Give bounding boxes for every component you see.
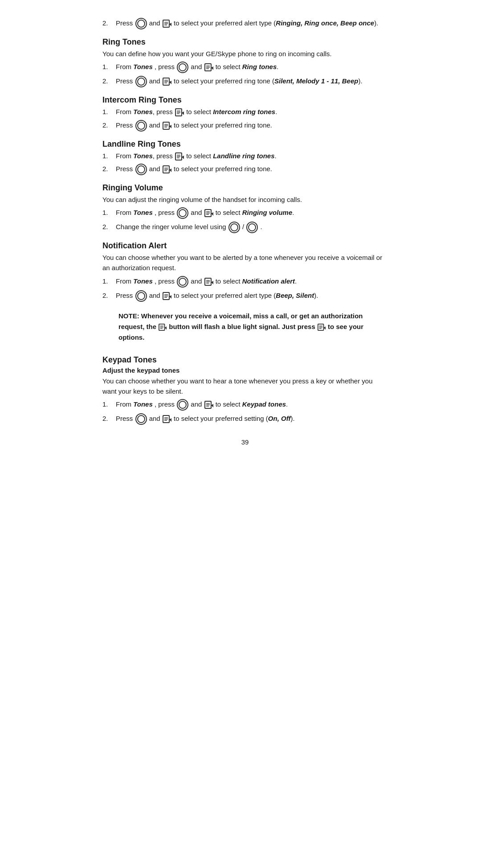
list-item: 2. Press and to select your preferred al…: [102, 290, 387, 302]
list-item: 1. From Tones , press and to select Keyp…: [102, 399, 387, 411]
ringing-volume-description: You can adjust the ringing volume of the…: [102, 194, 387, 205]
menu-icon: [163, 121, 171, 130]
list-item: 2. Press and to select your preferred ri…: [102, 164, 387, 175]
page-content: 2. Press and to select your preferred al…: [67, 0, 414, 868]
list-number: 1.: [102, 276, 116, 286]
list-item: 1. From Tones , press and to select Noti…: [102, 276, 387, 288]
menu-icon: [175, 108, 184, 117]
ring-tones-description: You can define how you want your GE/Skyp…: [102, 49, 387, 59]
list-content: From Tones , press and to select Keypad …: [116, 399, 387, 411]
section-title-landline-ring-tones: Landline Ring Tones: [102, 140, 387, 149]
list-item: 2. Press and to select your preferred se…: [102, 413, 387, 425]
list-item: 1. From Tones , press and to select Ring…: [102, 207, 387, 219]
menu-icon: [204, 400, 213, 409]
list-content: Press and to select your preferred alert…: [116, 290, 387, 302]
section-title-ringing-volume: Ringing Volume: [102, 183, 387, 193]
list-number: 2.: [102, 164, 116, 174]
list-number: 1.: [102, 107, 116, 117]
section-title-intercom-ring-tones: Intercom Ring Tones: [102, 95, 387, 105]
list-item: 2. Press and to select your preferred ri…: [102, 120, 387, 132]
nav-dial-icon: [177, 207, 188, 219]
menu-icon: [175, 152, 184, 161]
menu-icon: [204, 209, 213, 218]
list-content: Press and to select your preferred ring …: [116, 164, 387, 175]
menu-icon-note: [159, 323, 167, 331]
nav-dial-icon: [135, 120, 147, 132]
list-content: Press and to select your preferred ring …: [116, 120, 387, 132]
list-number: 1.: [102, 151, 116, 161]
nav-dial-icon: [135, 164, 147, 175]
list-content: From Tones, press to select Landline rin…: [116, 151, 387, 161]
nav-dial-icon: [177, 276, 188, 288]
list-number: 1.: [102, 207, 116, 218]
note-box: NOTE: Whenever you receive a voicemail, …: [111, 306, 387, 347]
section-title-keypad-tones: Keypad Tones: [102, 355, 387, 365]
list-number: 1.: [102, 62, 116, 72]
section-title-notification-alert: Notification Alert: [102, 241, 387, 251]
nav-dial-icon: [135, 413, 147, 425]
page-number: 39: [102, 438, 387, 446]
list-number: 2.: [102, 120, 116, 130]
list-content: Press and to select your preferred setti…: [116, 413, 387, 425]
list-number: 2.: [102, 18, 116, 28]
list-item: 2. Change the ringer volume level using …: [102, 222, 387, 233]
list-content: Change the ringer volume level using / .: [116, 222, 387, 233]
list-content: From Tones , press and to select Ring to…: [116, 62, 387, 73]
list-number: 2.: [102, 413, 116, 424]
list-item: 1. From Tones, press to select Landline …: [102, 151, 387, 161]
menu-icon: [163, 19, 171, 28]
list-number: 1.: [102, 399, 116, 409]
menu-icon-note2: [318, 323, 326, 331]
list-item: 1. From Tones, press to select Intercom …: [102, 107, 387, 117]
menu-icon: [163, 165, 171, 174]
subsection-title-adjust-keypad: Adjust the keypad tones: [102, 366, 387, 374]
list-content: From Tones, press to select Intercom rin…: [116, 107, 387, 117]
list-number: 2.: [102, 222, 116, 232]
menu-icon: [163, 415, 171, 424]
list-item: 2. Press and to select your preferred ri…: [102, 76, 387, 87]
list-content: From Tones , press and to select Ringing…: [116, 207, 387, 219]
nav-dial-icon: [177, 62, 188, 73]
nav-dial-icon: [135, 290, 147, 302]
list-number: 2.: [102, 76, 116, 86]
nav-dial-icon: [228, 222, 240, 233]
list-content: Press and to select your preferred alert…: [116, 18, 387, 29]
nav-dial-icon-2: [246, 222, 258, 233]
list-number: 2.: [102, 290, 116, 300]
menu-icon: [163, 292, 171, 300]
nav-dial-icon: [135, 76, 147, 87]
list-item: 2. Press and to select your preferred al…: [102, 18, 387, 29]
nav-dial-icon: [177, 399, 188, 411]
keypad-tones-description: You can choose whether you want to hear …: [102, 376, 387, 397]
section-title-ring-tones: Ring Tones: [102, 37, 387, 47]
menu-icon: [163, 77, 171, 86]
menu-icon: [204, 63, 213, 72]
menu-icon: [204, 277, 213, 286]
notification-alert-description: You can choose whether you want to be al…: [102, 252, 387, 273]
list-content: Press and to select your preferred ring …: [116, 76, 387, 87]
list-item: 1. From Tones , press and to select Ring…: [102, 62, 387, 73]
list-content: From Tones , press and to select Notific…: [116, 276, 387, 288]
nav-dial-icon: [135, 18, 147, 29]
